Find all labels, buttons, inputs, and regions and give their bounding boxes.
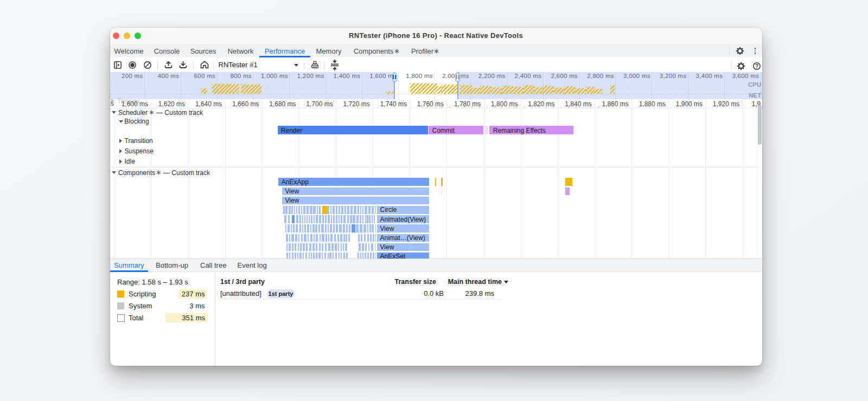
svg-text:?: ? <box>755 63 758 69</box>
